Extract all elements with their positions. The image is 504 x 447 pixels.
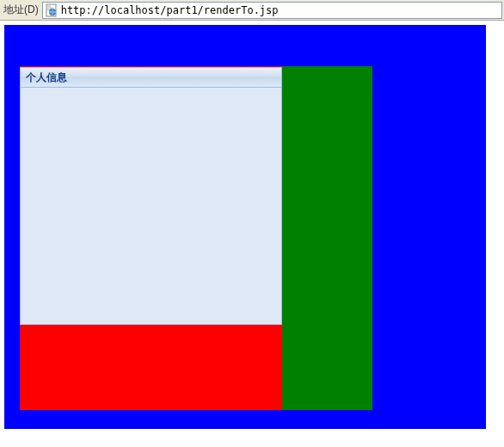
ext-panel: 个人信息 — [20, 67, 282, 325]
panel-title: 个人信息 — [26, 70, 67, 85]
url-input[interactable] — [61, 4, 500, 16]
page-content: 个人信息 — [0, 21, 504, 447]
address-input-box[interactable] — [42, 2, 502, 19]
green-box — [282, 66, 372, 410]
address-label: 地址(D) — [2, 3, 42, 17]
panel-body — [21, 88, 281, 324]
ie-page-icon — [45, 3, 58, 17]
blue-container: 个人信息 — [4, 25, 486, 429]
panel-header: 个人信息 — [21, 68, 281, 88]
address-bar: 地址(D) — [0, 0, 504, 21]
